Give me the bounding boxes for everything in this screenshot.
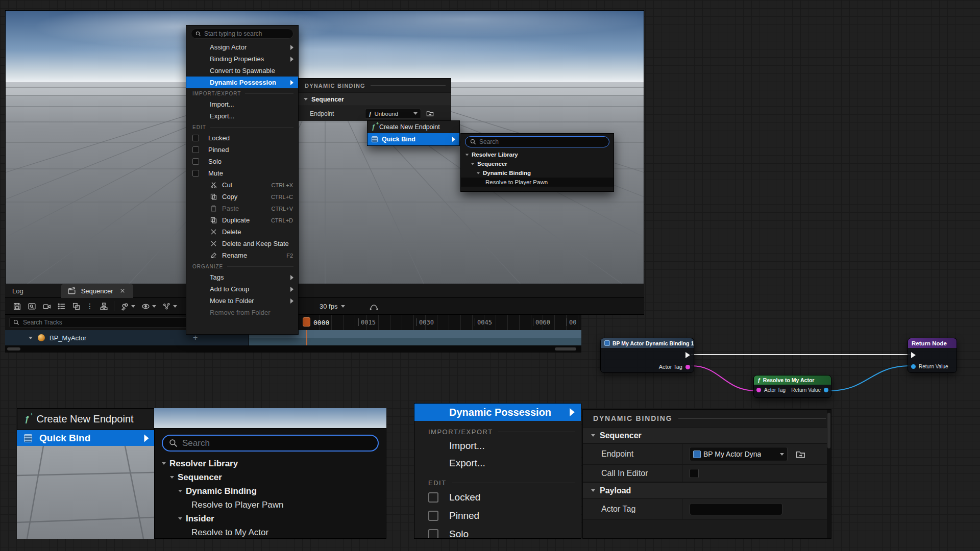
checkbox[interactable] (428, 492, 438, 503)
playhead-marker[interactable] (303, 317, 310, 327)
tab-log[interactable]: Log (12, 287, 23, 295)
menu-item-import[interactable]: Import... (414, 437, 581, 455)
checkbox[interactable] (428, 511, 438, 521)
browse-asset-icon[interactable] (796, 449, 805, 459)
panel-scrollbar[interactable] (827, 410, 831, 538)
tab-sequencer[interactable]: Sequencer (61, 284, 133, 298)
camera-icon[interactable] (42, 302, 51, 311)
menu-item-import[interactable]: Import... (186, 98, 298, 110)
resolver-search-input[interactable] (182, 438, 372, 448)
menu-item-create-new-endpoint[interactable]: ƒ+ Create New Endpoint (368, 121, 459, 133)
tree-item-sequencer[interactable]: Sequencer (461, 159, 614, 168)
menu-item-tags[interactable]: Tags (186, 271, 298, 283)
menu-search-box[interactable] (191, 29, 293, 39)
checkbox[interactable] (192, 135, 199, 141)
menu-search-input[interactable] (204, 30, 289, 37)
menu-item-solo[interactable]: Solo (186, 156, 298, 167)
exec-out-pin[interactable] (685, 352, 690, 358)
menu-item-dynamic-possession[interactable]: Dynamic Possession (414, 404, 581, 421)
menu-item-binding-properties[interactable]: Binding Properties (186, 53, 298, 65)
kebab-menu-icon[interactable]: ⋮ (86, 302, 93, 310)
endpoint-combobox[interactable]: ƒ Unbound (365, 109, 421, 119)
scrollbar-thumb[interactable] (7, 347, 20, 350)
menu-item-remove-from-folder[interactable]: Remove from Folder (186, 307, 298, 318)
zoom-thumb[interactable] (555, 347, 576, 350)
return-value-in-pin[interactable]: Return Value (911, 364, 948, 369)
track-expander-icon[interactable] (29, 337, 33, 339)
save-icon[interactable] (12, 302, 21, 311)
menu-item-cut[interactable]: CutCTRL+X (186, 179, 298, 191)
section-sequencer[interactable]: Sequencer (583, 427, 831, 444)
node-return[interactable]: Return Node Return Value (908, 338, 957, 373)
close-icon[interactable] (118, 286, 127, 295)
tree-item-resolver-library[interactable]: Resolver Library (155, 457, 386, 470)
tree-item-insider[interactable]: Insider (155, 512, 386, 525)
pin-dot-magenta[interactable] (685, 365, 690, 369)
outliner-list-icon[interactable] (57, 302, 66, 311)
menu-item-pinned[interactable]: Pinned (414, 507, 581, 525)
menu-item-create-new-endpoint[interactable]: ƒ+ Create New Endpoint (17, 408, 154, 430)
find-in-browser-icon[interactable] (27, 302, 36, 311)
menu-item-locked[interactable]: Locked (414, 488, 581, 507)
hierarchy-icon[interactable] (99, 302, 108, 311)
menu-item-pinned[interactable]: Pinned (186, 144, 298, 156)
menu-item-copy[interactable]: CopyCTRL+C (186, 191, 298, 203)
menu-item-duplicate[interactable]: DuplicateCTRL+D (186, 214, 298, 226)
tree-item-resolve-to-player-pawn[interactable]: Resolve to Player Pawn (155, 498, 386, 512)
track-timeline-area[interactable] (249, 330, 581, 345)
curve-editor-icon[interactable] (369, 302, 378, 311)
wrench-dropdown[interactable] (120, 302, 135, 311)
menu-item-convert-to-spawnable[interactable]: Convert to Spawnable (186, 65, 298, 77)
pin-dot-blue[interactable] (911, 364, 916, 369)
tree-item-dynamic-binding[interactable]: Dynamic Binding (461, 168, 614, 178)
view-options-dropdown[interactable] (141, 302, 156, 311)
menu-item-move-to-folder[interactable]: Move to Folder (186, 295, 298, 307)
menu-item-quick-bind[interactable]: Quick Bind (368, 133, 459, 145)
resolver-search-box[interactable] (465, 136, 609, 147)
section-payload[interactable]: Payload (583, 482, 831, 499)
node-resolve-function[interactable]: ƒ Resolve to My Actor Actor Tag Return V… (753, 375, 831, 398)
tree-item-resolve-to-my-actor[interactable]: Resolve to My Actor (155, 525, 386, 539)
tree-item-sequencer[interactable]: Sequencer (155, 470, 386, 484)
tree-item-resolve-to-player-pawn[interactable]: Resolve to Player Pawn (461, 178, 614, 187)
return-value-out-pin[interactable]: Return Value (791, 387, 828, 393)
checkbox[interactable] (192, 146, 199, 153)
pin-dot-magenta[interactable] (756, 388, 761, 392)
resolver-search-input[interactable] (479, 138, 604, 145)
actor-tag-input[interactable] (690, 503, 782, 515)
menu-item-locked[interactable]: Locked (186, 132, 298, 144)
fps-dropdown[interactable]: 30 fps (320, 303, 345, 310)
menu-item-mute[interactable]: Mute (186, 167, 298, 179)
exec-in-pin[interactable] (911, 352, 916, 358)
section-sequencer[interactable]: Sequencer (299, 92, 451, 106)
resolver-search-box[interactable] (162, 435, 379, 452)
checkbox[interactable] (192, 158, 199, 165)
node-return-header[interactable]: Return Node (908, 338, 957, 348)
timeline-scrollbar[interactable] (5, 345, 581, 353)
menu-item-add-to-group[interactable]: Add to Group (186, 283, 298, 295)
actor-tag-in-pin[interactable]: Actor Tag (756, 387, 786, 393)
menu-item-solo[interactable]: Solo (414, 525, 581, 539)
menu-item-dynamic-possession[interactable]: Dynamic Possession (186, 77, 298, 88)
timeline-ruler[interactable]: 0000 0015 0030 0045 0060 00 (249, 315, 581, 330)
node-resolve-header[interactable]: ƒ Resolve to My Actor (754, 375, 831, 385)
endpoint-combobox[interactable]: BP My Actor Dyna (690, 447, 788, 461)
pin-dot-blue[interactable] (824, 388, 828, 392)
browse-asset-icon[interactable] (426, 110, 434, 117)
checkbox[interactable] (192, 170, 199, 177)
menu-item-rename[interactable]: RenameF2 (186, 249, 298, 261)
menu-item-assign-actor[interactable]: Assign Actor (186, 41, 298, 53)
playback-options-dropdown[interactable] (162, 302, 177, 311)
layers-icon[interactable] (71, 302, 81, 311)
scrollbar-thumb[interactable] (827, 413, 830, 448)
menu-item-export[interactable]: Export... (414, 455, 581, 472)
menu-item-delete[interactable]: Delete (186, 226, 298, 238)
node-binding-header[interactable]: BP My Actor Dynamic Binding 1 (601, 338, 694, 348)
call-in-editor-checkbox[interactable] (690, 469, 699, 478)
menu-item-export[interactable]: Export... (186, 110, 298, 122)
menu-item-paste[interactable]: PasteCTRL+V (186, 203, 298, 214)
node-binding-event[interactable]: BP My Actor Dynamic Binding 1 Actor Tag (600, 338, 694, 373)
actor-tag-out-pin[interactable]: Actor Tag (659, 364, 690, 370)
tree-item-resolver-library[interactable]: Resolver Library (461, 150, 614, 159)
menu-item-quick-bind[interactable]: Quick Bind (17, 430, 154, 446)
